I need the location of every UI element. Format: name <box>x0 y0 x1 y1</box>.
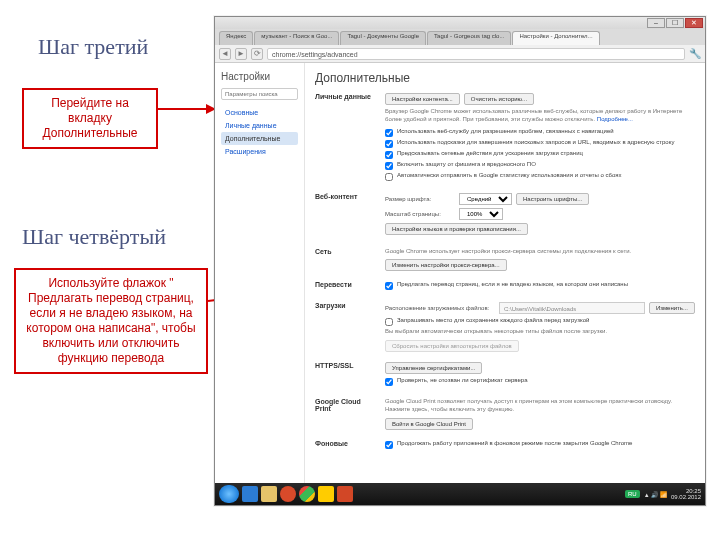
section-background: Фоновые Продолжать работу приложений в ф… <box>315 440 695 451</box>
download-path-field: C:\Users\Vitalik\Downloads <box>499 302 645 314</box>
wrench-icon[interactable]: 🔧 <box>689 48 701 60</box>
downloads-desc: Вы выбрали автоматически открывать некот… <box>385 328 695 336</box>
section-network: Сеть Google Chrome использует настройки … <box>315 248 695 272</box>
network-head: Сеть <box>315 248 373 272</box>
reload-button[interactable]: ⟳ <box>251 48 263 60</box>
clock[interactable]: 20:25 09.02.2012 <box>671 488 701 500</box>
sidebar-item-advanced[interactable]: Дополнительные <box>221 132 298 145</box>
close-button[interactable]: ✕ <box>685 18 703 28</box>
font-size-label: Размер шрифта: <box>385 196 455 202</box>
chk-phishing[interactable]: Включить защиту от фишинга и вредоносног… <box>385 161 695 170</box>
chk-ask-location[interactable]: Запрашивать место для сохранения каждого… <box>385 317 695 326</box>
cloud-head: Google Cloud Print <box>315 398 373 430</box>
arrow-3 <box>158 108 206 110</box>
window-titlebar: – ☐ ✕ <box>215 17 705 29</box>
start-button[interactable] <box>219 485 239 503</box>
chk-check-revocation[interactable]: Проверять, не отозван ли сертификат серв… <box>385 377 695 386</box>
page-title: Дополнительные <box>315 71 695 85</box>
language-settings-button[interactable]: Настройки языков и проверки правописания… <box>385 223 528 235</box>
privacy-head: Личные данные <box>315 93 373 183</box>
network-desc: Google Chrome использует настройки прокс… <box>385 248 695 256</box>
language-indicator[interactable]: RU <box>625 490 640 498</box>
privacy-desc: Браузер Google Chrome может использовать… <box>385 108 695 124</box>
tab-strip: Яндекс музыкант - Поиск в Goo... Tagul -… <box>215 29 705 45</box>
taskbar-chrome-icon[interactable] <box>299 486 315 502</box>
settings-search-input[interactable] <box>221 88 298 100</box>
chk-suggest[interactable]: Использовать подсказки для завершения по… <box>385 139 695 148</box>
tab-2[interactable]: Tagul - Документы Google <box>340 31 426 45</box>
translate-head: Перевести <box>315 281 373 292</box>
browser-window: – ☐ ✕ Яндекс музыкант - Поиск в Goo... T… <box>214 16 706 506</box>
section-https: HTTPS/SSL Управление сертификатами... Пр… <box>315 362 695 388</box>
sidebar-item-basic[interactable]: Основные <box>221 106 298 119</box>
tab-3[interactable]: Tagul - Gorgeous tag clo... <box>427 31 511 45</box>
section-translate: Перевести Предлагать перевод страниц, ес… <box>315 281 695 292</box>
section-downloads: Загрузки Расположение загружаемых файлов… <box>315 302 695 352</box>
minimize-button[interactable]: – <box>647 18 665 28</box>
chk-stats[interactable]: Автоматически отправлять в Google статис… <box>385 172 695 181</box>
clear-history-button[interactable]: Очистить историю... <box>464 93 534 105</box>
taskbar-explorer-icon[interactable] <box>261 486 277 502</box>
cloud-desc: Google Cloud Print позволяет получать до… <box>385 398 695 414</box>
section-webcontent: Веб-контент Размер шрифта: Средний Настр… <box>315 193 695 238</box>
chk-nav-errors[interactable]: Использовать веб-службу для разрешения п… <box>385 128 695 137</box>
page-zoom-select[interactable]: 100% <box>459 208 503 220</box>
manage-certs-button[interactable]: Управление сертификатами... <box>385 362 482 374</box>
step-4-title: Шаг четвёртый <box>22 224 166 250</box>
chk-background-apps[interactable]: Продолжать работу приложений в фоновом р… <box>385 440 695 449</box>
clear-autoopen-button[interactable]: Сбросить настройки автооткрытия файлов <box>385 340 519 352</box>
taskbar-ie-icon[interactable] <box>242 486 258 502</box>
settings-main: Дополнительные Личные данные Настройки к… <box>305 63 705 483</box>
step-3-title: Шаг третий <box>38 34 148 60</box>
settings-content: Настройки Основные Личные данные Дополни… <box>215 63 705 483</box>
step-3-callout: Перейдите на вкладку Дополнительные <box>22 88 158 149</box>
tab-4[interactable]: Настройки - Дополнител... <box>512 31 599 45</box>
change-download-button[interactable]: Изменить... <box>649 302 695 314</box>
downloads-head: Загрузки <box>315 302 373 352</box>
windows-taskbar: RU ▲ 🔊 📶 20:25 09.02.2012 <box>215 483 705 505</box>
sidebar-item-personal[interactable]: Личные данные <box>221 119 298 132</box>
customize-fonts-button[interactable]: Настроить шрифты... <box>516 193 589 205</box>
forward-button[interactable]: ► <box>235 48 247 60</box>
address-bar: ◄ ► ⟳ chrome://settings/advanced 🔧 <box>215 45 705 63</box>
font-size-select[interactable]: Средний <box>459 193 512 205</box>
proxy-settings-button[interactable]: Изменить настройки прокси-сервера... <box>385 259 507 271</box>
chk-translate[interactable]: Предлагать перевод страниц, если я не вл… <box>385 281 695 290</box>
cloud-signin-button[interactable]: Войти в Google Cloud Print <box>385 418 473 430</box>
https-head: HTTPS/SSL <box>315 362 373 388</box>
maximize-button[interactable]: ☐ <box>666 18 684 28</box>
page-zoom-label: Масштаб страницы: <box>385 211 455 217</box>
settings-sidebar: Настройки Основные Личные данные Дополни… <box>215 63 305 483</box>
section-privacy: Личные данные Настройки контента... Очис… <box>315 93 695 183</box>
taskbar-yandex-icon[interactable] <box>318 486 334 502</box>
taskbar-powerpoint-icon[interactable] <box>337 486 353 502</box>
tab-0[interactable]: Яндекс <box>219 31 253 45</box>
taskbar-opera-icon[interactable] <box>280 486 296 502</box>
sidebar-title: Настройки <box>221 71 298 82</box>
back-button[interactable]: ◄ <box>219 48 231 60</box>
system-tray: RU ▲ 🔊 📶 20:25 09.02.2012 <box>625 488 701 500</box>
tray-icons[interactable]: ▲ 🔊 📶 <box>644 491 667 498</box>
download-path-label: Расположение загружаемых файлов: <box>385 305 495 311</box>
tab-1[interactable]: музыкант - Поиск в Goo... <box>254 31 339 45</box>
content-settings-button[interactable]: Настройки контента... <box>385 93 460 105</box>
step-4-callout: Используйте флажок " Предлагать перевод … <box>14 268 208 374</box>
url-field[interactable]: chrome://settings/advanced <box>267 48 685 60</box>
sidebar-item-extensions[interactable]: Расширения <box>221 145 298 158</box>
webcontent-head: Веб-контент <box>315 193 373 238</box>
section-cloud-print: Google Cloud Print Google Cloud Print по… <box>315 398 695 430</box>
bg-head: Фоновые <box>315 440 373 451</box>
chk-predict[interactable]: Предсказывать сетевые действия для ускор… <box>385 150 695 159</box>
privacy-more-link[interactable]: Подробнее... <box>597 116 633 122</box>
